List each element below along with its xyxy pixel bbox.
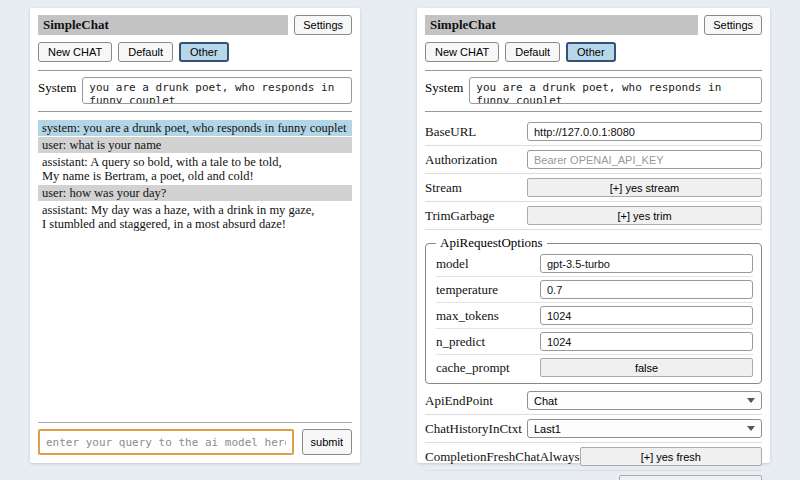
setting-row-completion-insert-prefix: CompletionInsertStandardRolePrefix [-] d… bbox=[425, 471, 762, 480]
setting-row-baseurl: BaseURL bbox=[425, 118, 762, 146]
setting-label: temperature bbox=[436, 282, 498, 298]
setting-label: model bbox=[436, 256, 469, 272]
completion-fresh-toggle-button[interactable]: [+] yes fresh bbox=[580, 447, 762, 466]
stream-toggle-button[interactable]: [+] yes stream bbox=[527, 178, 762, 197]
setting-row-stream: Stream [+] yes stream bbox=[425, 174, 762, 202]
setting-row-api-endpoint: ApiEndPoint Chat bbox=[425, 387, 762, 415]
chat-panel: SimpleChat Settings New CHAT Default Oth… bbox=[30, 8, 360, 463]
session-toolbar: New CHAT Default Other bbox=[425, 42, 762, 62]
settings-panel: SimpleChat Settings New CHAT Default Oth… bbox=[417, 8, 770, 463]
chevron-down-icon bbox=[747, 426, 755, 431]
baseurl-input[interactable] bbox=[527, 122, 762, 141]
session-button-other[interactable]: Other bbox=[566, 42, 616, 62]
empty-space bbox=[38, 233, 352, 415]
page: SimpleChat Settings New CHAT Default Oth… bbox=[0, 0, 800, 480]
system-prompt-textarea[interactable]: you are a drunk poet, who responds in fu… bbox=[469, 77, 762, 104]
query-row: submit bbox=[38, 429, 352, 455]
setting-label: n_predict bbox=[436, 334, 485, 350]
divider bbox=[425, 70, 762, 71]
setting-row-chat-history: ChatHistoryInCtxt Last1 bbox=[425, 415, 762, 443]
api-request-options-fieldset: ApiRequestOptions model temperature max_… bbox=[425, 235, 762, 384]
setting-row-model: model bbox=[436, 251, 753, 277]
app-title: SimpleChat bbox=[38, 15, 288, 35]
session-button-other[interactable]: Other bbox=[179, 42, 229, 62]
app-title: SimpleChat bbox=[425, 15, 698, 35]
chat-message: system: you are a drunk poet, who respon… bbox=[38, 120, 352, 136]
submit-button[interactable]: submit bbox=[302, 429, 352, 455]
chat-header: SimpleChat Settings bbox=[38, 15, 352, 35]
setting-row-authorization: Authorization bbox=[425, 146, 762, 174]
settings-button[interactable]: Settings bbox=[294, 15, 352, 35]
setting-label: CompletionFreshChatAlways bbox=[425, 449, 580, 465]
temperature-input[interactable] bbox=[540, 280, 753, 299]
setting-label: ChatHistoryInCtxt bbox=[425, 421, 522, 437]
fieldset-legend: ApiRequestOptions bbox=[436, 235, 547, 251]
setting-label: ApiEndPoint bbox=[425, 393, 493, 409]
settings-button[interactable]: Settings bbox=[704, 15, 762, 35]
setting-label: Stream bbox=[425, 180, 462, 196]
setting-label: BaseURL bbox=[425, 124, 476, 140]
setting-row-trimgarbage: TrimGarbage [+] yes trim bbox=[425, 202, 762, 230]
settings-header: SimpleChat Settings bbox=[425, 15, 762, 35]
setting-label: Authorization bbox=[425, 152, 497, 168]
setting-label: CompletionInsertStandardRolePrefix bbox=[425, 477, 619, 480]
new-chat-button[interactable]: New CHAT bbox=[38, 42, 112, 62]
divider bbox=[425, 111, 762, 112]
system-label: System bbox=[38, 77, 76, 96]
divider bbox=[38, 111, 352, 112]
setting-row-temperature: temperature bbox=[436, 277, 753, 303]
max-tokens-input[interactable] bbox=[540, 306, 753, 325]
setting-row-n-predict: n_predict bbox=[436, 329, 753, 355]
setting-row-completion-fresh: CompletionFreshChatAlways [+] yes fresh bbox=[425, 443, 762, 471]
authorization-input[interactable] bbox=[527, 150, 762, 169]
session-button-default[interactable]: Default bbox=[118, 42, 173, 62]
chat-message: user: how was your day? bbox=[38, 185, 352, 201]
divider bbox=[38, 422, 352, 423]
query-input[interactable] bbox=[38, 429, 294, 455]
chevron-down-icon bbox=[747, 398, 755, 403]
system-prompt-row: System you are a drunk poet, who respond… bbox=[425, 77, 762, 104]
trimgarbage-toggle-button[interactable]: [+] yes trim bbox=[527, 206, 762, 225]
setting-row-max-tokens: max_tokens bbox=[436, 303, 753, 329]
chat-message: assistant: A query so bold, with a tale … bbox=[38, 154, 352, 184]
setting-label: cache_prompt bbox=[436, 360, 510, 376]
setting-row-cache-prompt: cache_prompt false bbox=[436, 355, 753, 380]
system-label: System bbox=[425, 77, 463, 96]
api-endpoint-select[interactable]: Chat bbox=[527, 391, 762, 410]
setting-label: TrimGarbage bbox=[425, 208, 495, 224]
select-value: Last1 bbox=[534, 423, 561, 435]
chat-message: assistant: My day was a haze, with a dri… bbox=[38, 202, 352, 232]
chat-message-list: system: you are a drunk poet, who respon… bbox=[38, 120, 352, 233]
system-prompt-row: System you are a drunk poet, who respond… bbox=[38, 77, 352, 104]
completion-insert-prefix-toggle-button[interactable]: [-] dont insert bbox=[619, 475, 762, 480]
session-toolbar: New CHAT Default Other bbox=[38, 42, 352, 62]
chat-history-select[interactable]: Last1 bbox=[527, 419, 762, 438]
select-value: Chat bbox=[534, 395, 557, 407]
setting-label: max_tokens bbox=[436, 308, 499, 324]
chat-message: user: what is your name bbox=[38, 137, 352, 153]
model-input[interactable] bbox=[540, 254, 753, 273]
n-predict-input[interactable] bbox=[540, 332, 753, 351]
new-chat-button[interactable]: New CHAT bbox=[425, 42, 499, 62]
system-prompt-textarea[interactable]: you are a drunk poet, who responds in fu… bbox=[82, 77, 352, 104]
cache-prompt-toggle-button[interactable]: false bbox=[540, 358, 753, 377]
divider bbox=[38, 70, 352, 71]
session-button-default[interactable]: Default bbox=[505, 42, 560, 62]
